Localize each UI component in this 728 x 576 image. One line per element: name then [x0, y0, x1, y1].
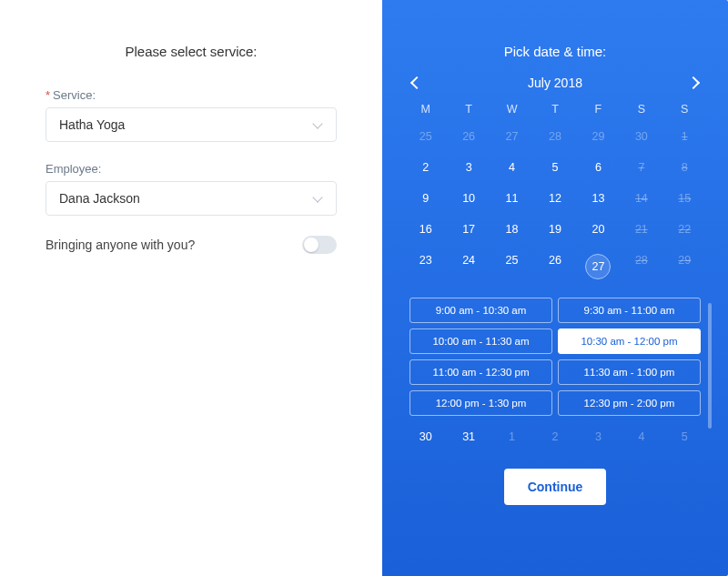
- calendar-day: 28: [533, 126, 576, 147]
- time-slot[interactable]: 9:30 am - 11:00 am: [558, 298, 701, 323]
- calendar-day[interactable]: 5: [533, 157, 576, 177]
- time-slots-wrap: 9:00 am - 10:30 am9:30 am - 11:00 am10:0…: [404, 298, 706, 416]
- calendar-day[interactable]: 25: [490, 250, 533, 283]
- calendar-grid: MTWTFSS252627282930123456789101112131415…: [404, 103, 706, 447]
- bringing-anyone-row: Bringing anyone with you?: [46, 236, 337, 254]
- time-slot-selected[interactable]: 10:30 am - 12:00 pm: [558, 328, 701, 354]
- prev-month-icon[interactable]: [410, 76, 424, 90]
- service-select[interactable]: Hatha Yoga: [46, 107, 337, 142]
- booking-widget: Please select service: *Service: Hatha Y…: [0, 0, 728, 576]
- calendar-day[interactable]: 9: [404, 188, 447, 208]
- calendar-day: 5: [663, 427, 706, 447]
- calendar-day: 25: [404, 126, 447, 147]
- calendar-day[interactable]: 17: [447, 219, 490, 239]
- calendar-day: 28: [620, 250, 662, 283]
- chevron-down-icon: [314, 120, 323, 129]
- employee-select[interactable]: Dana Jackson: [46, 181, 337, 216]
- calendar-day: 30: [620, 126, 662, 147]
- calendar-day: 29: [663, 250, 706, 283]
- calendar-day[interactable]: 12: [533, 188, 576, 208]
- calendar-day[interactable]: 20: [577, 219, 620, 239]
- time-slots: 9:00 am - 10:30 am9:30 am - 11:00 am10:0…: [404, 298, 706, 416]
- day-of-week-header: M: [404, 103, 447, 116]
- time-slot[interactable]: 12:30 pm - 2:00 pm: [558, 390, 701, 416]
- calendar-day: 1: [490, 427, 533, 447]
- next-month-icon[interactable]: [686, 76, 701, 90]
- day-of-week-header: S: [663, 103, 706, 116]
- calendar-day[interactable]: 24: [447, 250, 490, 283]
- day-of-week-header: T: [533, 103, 576, 116]
- required-star: *: [46, 88, 50, 102]
- service-field-label: *Service:: [46, 88, 337, 102]
- calendar-day: 29: [577, 126, 620, 147]
- calendar-day: 22: [663, 219, 706, 239]
- day-of-week-header: S: [620, 103, 662, 116]
- time-slot[interactable]: 11:00 am - 12:30 pm: [410, 359, 552, 385]
- continue-row: Continue: [404, 469, 706, 505]
- time-slot[interactable]: 10:00 am - 11:30 am: [410, 328, 552, 354]
- calendar-day[interactable]: 31: [447, 427, 490, 447]
- calendar-day[interactable]: 26: [533, 250, 576, 283]
- service-field: *Service: Hatha Yoga: [46, 88, 337, 142]
- calendar-day[interactable]: 19: [533, 219, 576, 239]
- employee-field-label: Employee:: [46, 162, 337, 176]
- calendar-day[interactable]: 3: [447, 157, 490, 177]
- time-slot[interactable]: 9:00 am - 10:30 am: [410, 298, 552, 323]
- bringing-anyone-toggle[interactable]: [302, 236, 337, 254]
- calendar-day: 7: [620, 157, 662, 177]
- day-of-week-header: W: [490, 103, 533, 116]
- calendar-day: 14: [620, 188, 662, 208]
- calendar-day-selected[interactable]: 27: [577, 250, 620, 283]
- calendar-day: 2: [533, 427, 576, 447]
- time-slots-scrollbar[interactable]: [708, 303, 712, 429]
- month-label: July 2018: [528, 76, 582, 90]
- service-selection-panel: Please select service: *Service: Hatha Y…: [0, 0, 382, 576]
- service-select-value: Hatha Yoga: [59, 117, 125, 132]
- calendar-day[interactable]: 23: [404, 250, 447, 283]
- date-section-title: Pick date & time:: [404, 44, 706, 59]
- calendar-day: 15: [663, 188, 706, 208]
- calendar-day[interactable]: 30: [404, 427, 447, 447]
- calendar-day[interactable]: 2: [404, 157, 447, 177]
- calendar-day: 26: [447, 126, 490, 147]
- continue-button[interactable]: Continue: [504, 469, 607, 505]
- calendar-header: July 2018: [404, 76, 706, 90]
- calendar-day[interactable]: 13: [577, 188, 620, 208]
- time-slot[interactable]: 11:30 am - 1:00 pm: [558, 359, 701, 385]
- calendar-day[interactable]: 16: [404, 219, 447, 239]
- bringing-anyone-label: Bringing anyone with you?: [46, 237, 195, 252]
- calendar-day: 3: [577, 427, 620, 447]
- date-time-panel: Pick date & time: July 2018 MTWTFSS25262…: [382, 0, 728, 576]
- employee-field: Employee: Dana Jackson: [46, 162, 337, 216]
- calendar-day[interactable]: 18: [490, 219, 533, 239]
- service-label-text: Service:: [53, 88, 96, 102]
- day-of-week-header: F: [577, 103, 620, 116]
- calendar-day[interactable]: 11: [490, 188, 533, 208]
- day-of-week-header: T: [447, 103, 490, 116]
- calendar-day: 8: [663, 157, 706, 177]
- calendar-day: 27: [490, 126, 533, 147]
- calendar-day[interactable]: 4: [490, 157, 533, 177]
- calendar-day[interactable]: 10: [447, 188, 490, 208]
- time-slot[interactable]: 12:00 pm - 1:30 pm: [410, 390, 552, 416]
- calendar-day: 4: [620, 427, 662, 447]
- calendar-day: 21: [620, 219, 662, 239]
- employee-select-value: Dana Jackson: [59, 191, 140, 206]
- chevron-down-icon: [314, 194, 323, 203]
- calendar-day: 1: [663, 126, 706, 147]
- service-section-title: Please select service:: [46, 44, 337, 59]
- calendar-day[interactable]: 6: [577, 157, 620, 177]
